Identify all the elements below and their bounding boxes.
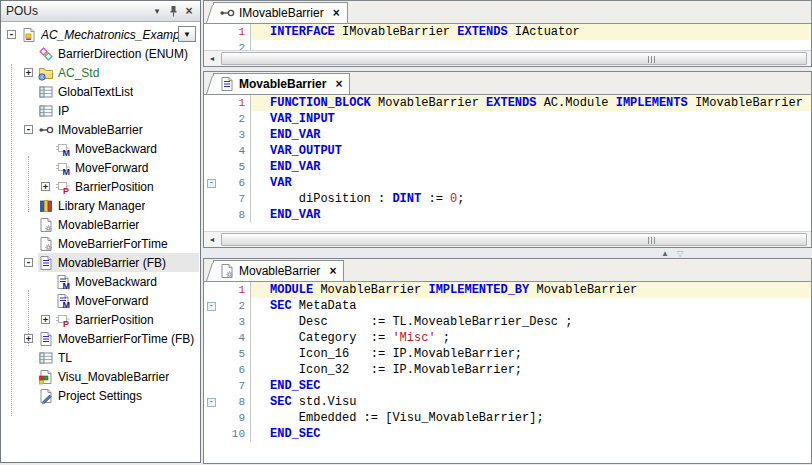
token-pl: Category := — [270, 331, 392, 345]
tree-item-movebackward[interactable]: MMoveBackward — [1, 139, 199, 158]
tree-expander-minus-icon[interactable]: - — [24, 258, 33, 267]
fold-collapse-icon[interactable]: - — [207, 398, 216, 407]
token-kw: VAR — [270, 176, 292, 190]
tabstrip: MovableBarrier× — [204, 72, 811, 95]
fb-method-icon: M — [55, 274, 71, 290]
scroll-thumb[interactable] — [221, 52, 807, 65]
code-line: 3 Desc := TL.MoveableBarrier_Desc ; — [204, 314, 811, 330]
tree-item-tl[interactable]: TL — [1, 348, 199, 367]
scroll-left-arrow-icon[interactable]: ◄ — [204, 232, 220, 246]
tree-item-ac-std[interactable]: +AC_Std — [1, 63, 199, 82]
fb-icon — [219, 76, 235, 92]
editor-pane-module: MovableBarrier× 1MODULE MovableBarrier I… — [203, 258, 812, 464]
close-icon[interactable]: × — [181, 4, 197, 19]
tree-item-globaltextlist[interactable]: GlobalTextList — [1, 82, 199, 101]
scroll-left-arrow-icon[interactable]: ◄ — [204, 51, 220, 65]
tree-item-label: IP — [58, 104, 69, 118]
tab-movablebarrier[interactable]: MovableBarrier× — [213, 260, 344, 281]
token-kw: END_VAR — [270, 208, 320, 222]
tree-expander-minus-icon[interactable]: - — [24, 125, 33, 134]
horizontal-scrollbar[interactable]: ◄ — [204, 231, 811, 247]
code-line: 2 — [204, 40, 811, 50]
tree-item-movebarrierfortime-fb[interactable]: +MoveBarrierForTime (FB) — [1, 329, 199, 348]
line-number: 7 — [219, 191, 250, 207]
tree-item-moveforward[interactable]: MMoveForward — [1, 291, 199, 310]
tree-item-content: IP — [38, 101, 199, 120]
tab-movablebarrier[interactable]: MovableBarrier× — [213, 73, 350, 94]
code-text: Icon_32 := IP.MovableBarrier; — [251, 362, 811, 378]
fold-margin — [204, 362, 219, 378]
token-pl: MetaData — [292, 299, 357, 313]
editor-pane-interface: IMovableBarrier× 1INTERFACE IMovableBarr… — [203, 0, 812, 67]
tree-item-movablebarrier[interactable]: MovableBarrier — [1, 215, 199, 234]
token-kw: END_VAR — [270, 128, 320, 142]
pin-icon[interactable] — [165, 4, 181, 19]
code-line: 1FUNCTION_BLOCK MovableBarrier EXTENDS A… — [204, 95, 811, 111]
tree-item-content: AC_Std — [38, 63, 199, 82]
tree-expander-plus-icon[interactable]: + — [24, 334, 33, 343]
tree-item-moveforward[interactable]: MMoveForward — [1, 158, 199, 177]
token-pl: std.Visu — [292, 395, 357, 409]
fb-method-icon: M — [55, 293, 71, 309]
gutter: 5 — [204, 159, 251, 175]
token-pl: IActuator — [508, 25, 580, 39]
code-text: diPosition : DINT := 0; — [251, 191, 811, 207]
tree-item-movablebarrier-fb[interactable]: -MovableBarrier (FB) — [1, 253, 199, 272]
tab-label: MovableBarrier — [239, 77, 326, 91]
tree-item-barrierposition[interactable]: +PBarrierPosition — [1, 310, 199, 329]
tree-item-project-settings[interactable]: Project Settings — [1, 386, 199, 405]
tree-item-ac-mechatronics-example[interactable]: -AC_Mechatronics_Example▼ — [1, 25, 199, 44]
tab-close-icon[interactable]: × — [333, 7, 340, 19]
scroll-thumb[interactable] — [221, 233, 807, 246]
tree-expander-minus-icon[interactable]: - — [7, 30, 16, 39]
fb-icon — [38, 255, 54, 271]
splitter-collapse-down-icon[interactable]: ▽ — [677, 249, 683, 258]
tab-close-icon[interactable]: × — [335, 78, 342, 90]
tree-item-movebarrierfortime[interactable]: MoveBarrierForTime — [1, 234, 199, 253]
tree-item-ip[interactable]: IP — [1, 101, 199, 120]
tree-item-visu-movablebarrier[interactable]: Visu_MovableBarrier — [1, 367, 199, 386]
tree-expander-slot — [22, 104, 35, 117]
gutter: 3 — [204, 314, 251, 330]
horizontal-scrollbar[interactable]: ◄ — [204, 50, 811, 66]
fold-margin: - — [204, 394, 219, 410]
tabstrip: MovableBarrier× — [204, 259, 811, 282]
code-editor[interactable]: 1FUNCTION_BLOCK MovableBarrier EXTENDS A… — [204, 95, 811, 231]
code-editor[interactable]: 1MODULE MovableBarrier IMPLEMENTED_BY Mo… — [204, 282, 811, 463]
interface-icon — [219, 5, 235, 21]
itf-method-icon: M — [55, 160, 71, 176]
tree-item-imovablebarrier[interactable]: -IMovableBarrier — [1, 120, 199, 139]
tree-expander-plus-icon[interactable]: + — [41, 182, 50, 191]
code-text: SEC std.Visu — [251, 394, 811, 410]
line-number: 5 — [219, 159, 250, 175]
token-kw: FUNCTION_BLOCK — [270, 96, 371, 110]
token-pl: MovableBarrier — [313, 283, 428, 297]
gutter: -8 — [204, 394, 251, 410]
tree-expander-plus-icon[interactable]: + — [24, 68, 33, 77]
code-editor[interactable]: 1INTERFACE IMovableBarrier EXTENDS IActu… — [204, 24, 811, 50]
fold-collapse-icon[interactable]: - — [207, 302, 216, 311]
tab-imovablebarrier[interactable]: IMovableBarrier× — [213, 2, 348, 23]
tree-item-barrierdirection-enum[interactable]: BarrierDirection (ENUM) — [1, 44, 199, 63]
tab-close-icon[interactable]: × — [329, 265, 336, 277]
tree-item-content: Library Manager — [38, 196, 199, 215]
tree-expander-slot: - — [5, 28, 18, 41]
code-text: VAR — [251, 175, 811, 191]
interface-icon — [38, 122, 54, 138]
tree-expander-slot — [22, 370, 35, 383]
gutter: 4 — [204, 330, 251, 346]
code-text: END_VAR — [251, 127, 811, 143]
root-dropdown-button[interactable]: ▼ — [178, 26, 196, 42]
window-menu-icon[interactable]: ▾ — [149, 4, 165, 19]
tree-expander-slot — [39, 161, 52, 174]
fold-collapse-icon[interactable]: - — [207, 179, 216, 188]
tree-item-library-manager[interactable]: Library Manager — [1, 196, 199, 215]
splitter-collapse-up-icon[interactable]: ▲ — [661, 249, 669, 258]
tree-item-barrierposition[interactable]: +PBarrierPosition — [1, 177, 199, 196]
tree-expander-plus-icon[interactable]: + — [41, 315, 50, 324]
tree-item-content: IMovableBarrier — [38, 120, 199, 139]
fold-margin — [204, 378, 219, 394]
tree-item-content: PBarrierPosition — [55, 177, 199, 196]
tree-item-movebackward[interactable]: MMoveBackward — [1, 272, 199, 291]
tree-item-content: TL — [38, 348, 199, 367]
